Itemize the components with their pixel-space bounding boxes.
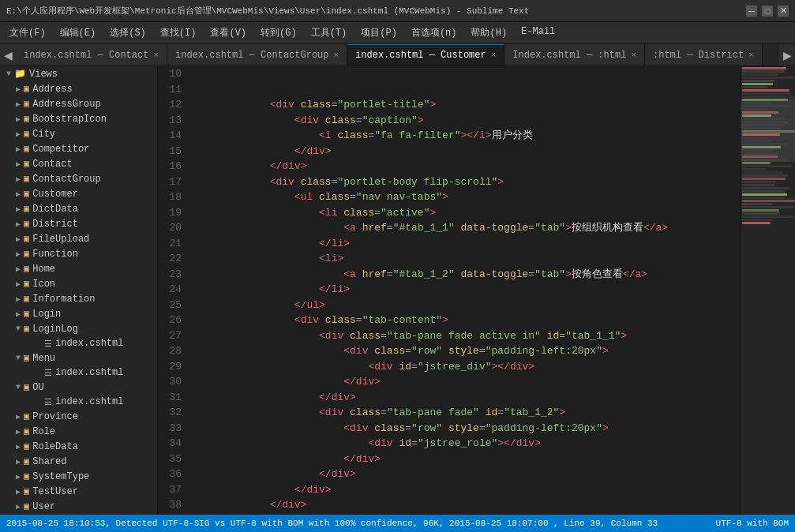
tab-4[interactable]: :html — District× [645, 44, 763, 66]
tab-close-icon[interactable]: × [333, 51, 339, 60]
close-button[interactable]: ✕ [778, 6, 789, 17]
tab-label: :html — District [653, 50, 744, 61]
tag-token: </li> [319, 283, 350, 295]
sidebar-item-address[interactable]: ▶▣Address [0, 81, 157, 96]
sidebar-item-loginlog[interactable]: ▼▣LoginLog [0, 321, 157, 336]
minimap-line [742, 83, 773, 85]
menu-item[interactable]: 查看(V) [204, 24, 253, 41]
tab-close-icon[interactable]: × [491, 51, 497, 60]
sidebar-item-login[interactable]: ▶▣Login [0, 306, 157, 321]
minimap-line [742, 187, 789, 189]
chevron-icon: ▼ [16, 383, 21, 392]
sidebar-item-icon[interactable]: ▶▣Icon [0, 276, 157, 291]
sidebar-item-city[interactable]: ▶▣City [0, 126, 157, 141]
bracket-token: = [528, 268, 534, 280]
menu-item[interactable]: 首选项(n) [405, 24, 463, 41]
bracket-token: = [479, 345, 486, 357]
menu-item[interactable]: 工具(T) [305, 24, 354, 41]
folder-icon: ▣ [24, 323, 29, 335]
folder-icon: ▣ [24, 158, 29, 170]
sidebar-item-systemtype[interactable]: ▶▣SystemType [0, 469, 157, 484]
bracket-token: = [387, 222, 393, 234]
sidebar-item-shared[interactable]: ▶▣Shared [0, 454, 157, 469]
code-line: <div class="tab-pane fade active in" id=… [196, 328, 733, 344]
tab-1[interactable]: index.cshtml — ContactGroup× [167, 44, 347, 66]
sidebar-item-menu[interactable]: ▼▣Menu [0, 350, 157, 365]
tab-close-icon[interactable]: × [748, 51, 754, 60]
folder-icon: ▣ [24, 218, 29, 230]
sidebar-item-addressgroup[interactable]: ▶▣AddressGroup [0, 96, 157, 111]
chevron-icon: ▶ [16, 412, 21, 421]
sidebar-item-contact[interactable]: ▶▣Contact [0, 156, 157, 171]
folder-label: Information [32, 294, 95, 305]
menu-item[interactable]: 帮助(H) [464, 24, 513, 41]
sidebar-item-fileupload[interactable]: ▶▣FileUpload [0, 231, 157, 246]
attr-val-token: "tab" [534, 268, 565, 280]
sidebar-root[interactable]: ▼📁Views [0, 66, 157, 81]
sidebar-item-district[interactable]: ▶▣District [0, 216, 157, 231]
tab-0[interactable]: index.cshtml — Contact× [16, 44, 167, 66]
attr-name-token: data-toggle [455, 268, 529, 280]
sidebar-item-testuser[interactable]: ▶▣TestUser [0, 484, 157, 499]
menu-bar: 文件(F)编辑(E)选择(S)查找(I)查看(V)转到(G)工具(T)项目(P)… [0, 22, 795, 44]
sidebar-item-index-cshtml[interactable]: ☰index.cshtml [0, 395, 157, 409]
attr-name-token: data-toggle [455, 222, 529, 234]
tab-3[interactable]: Index.cshtml — :html× [504, 44, 645, 66]
sidebar-item-roledata[interactable]: ▶▣RoleData [0, 439, 157, 454]
tab-2[interactable]: index.cshtml — Customer× [347, 44, 504, 66]
attr-val-token: "tab_1_2" [504, 406, 559, 418]
sidebar-item-contactgroup[interactable]: ▶▣ContactGroup [0, 171, 157, 186]
minimap-line [742, 159, 788, 161]
minimap-line [742, 130, 795, 133]
menu-item[interactable]: 选择(S) [103, 24, 152, 41]
menu-item[interactable]: 项目(P) [354, 24, 403, 41]
chevron-icon: ▶ [16, 457, 21, 466]
attr-name-token: style [442, 422, 479, 434]
sidebar-item-role[interactable]: ▶▣Role [0, 424, 157, 439]
tab-nav-right[interactable]: ▶ [779, 44, 795, 66]
minimap-line [742, 206, 794, 208]
menu-item[interactable]: 查找(I) [154, 24, 203, 41]
code-line: <li> [196, 251, 733, 267]
minimize-button[interactable]: ─ [746, 6, 757, 17]
indent-token [196, 191, 294, 203]
menu-item[interactable]: 转到(G) [254, 24, 303, 41]
folder-icon: ▣ [24, 173, 29, 185]
line-number: 13 [166, 113, 182, 129]
code-editor[interactable]: 1011121314151617181920212223242526272829… [158, 66, 740, 515]
line-number: 32 [166, 405, 182, 421]
attr-name-token: class [343, 330, 381, 342]
tab-nav-left[interactable]: ◀ [0, 44, 16, 66]
tab-close-icon[interactable]: × [153, 51, 159, 60]
line-number: 35 [166, 451, 182, 467]
folder-label: Province [32, 411, 78, 422]
code-line: <li class="active"> [196, 205, 733, 221]
file-icon [32, 398, 41, 406]
file-icon: ☰ [44, 339, 52, 349]
sidebar-item-index-cshtml[interactable]: ☰index.cshtml [0, 365, 157, 380]
text-cn-token: 按角色查看 [572, 268, 623, 280]
tab-close-icon[interactable]: × [631, 51, 636, 60]
sidebar-item-competitor[interactable]: ▶▣Competitor [0, 141, 157, 156]
sidebar-item-province[interactable]: ▶▣Province [0, 409, 157, 424]
tag-token: <div [294, 314, 319, 326]
attr-name-token: class [368, 422, 405, 434]
sidebar-item-dictdata[interactable]: ▶▣DictData [0, 201, 157, 216]
sidebar-item-user[interactable]: ▶▣User [0, 499, 157, 514]
text-cn-token: 按组织机构查看 [572, 222, 643, 234]
menu-item[interactable]: 文件(F) [3, 24, 52, 41]
chevron-icon: ▶ [16, 294, 21, 304]
menu-item[interactable]: E-Mail [515, 24, 561, 41]
sidebar-item-customer[interactable]: ▶▣Customer [0, 186, 157, 201]
line-number: 30 [166, 374, 182, 390]
sidebar-item-bootstrapicon[interactable]: ▶▣BootstrapIcon [0, 111, 157, 126]
sidebar-item-function[interactable]: ▶▣Function [0, 246, 157, 261]
sidebar-item-index-cshtml[interactable]: ☰index.cshtml [0, 336, 157, 350]
sidebar-item-ou[interactable]: ▼▣OU [0, 380, 157, 395]
sidebar-item-information[interactable]: ▶▣Information [0, 291, 157, 306]
minimap-line [742, 212, 780, 215]
sidebar-item-home[interactable]: ▶▣Home [0, 261, 157, 276]
maximize-button[interactable]: □ [762, 6, 773, 17]
folder-label: City [32, 129, 55, 140]
menu-item[interactable]: 编辑(E) [54, 24, 103, 41]
